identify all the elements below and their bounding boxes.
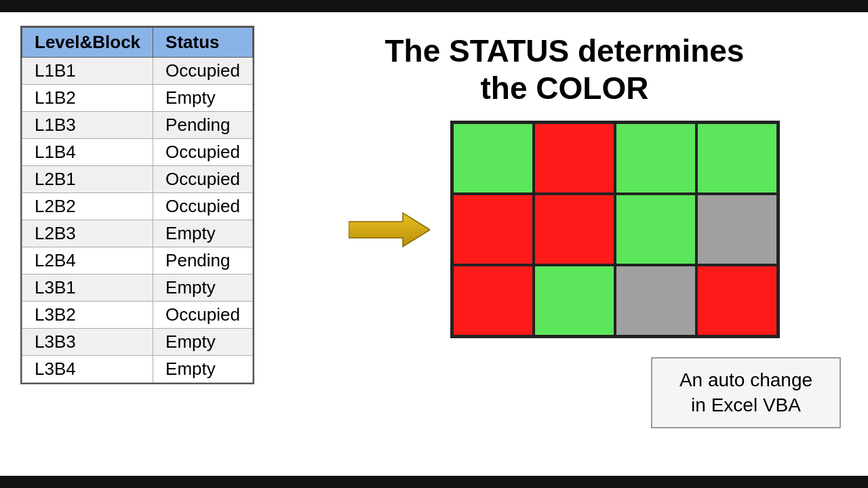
color-cell-0 bbox=[452, 123, 534, 194]
arrow-icon bbox=[349, 209, 430, 250]
color-cell-10 bbox=[615, 265, 696, 336]
table-row: L1B4Occupied bbox=[22, 139, 253, 166]
cell-level: L2B4 bbox=[22, 247, 153, 274]
table-row: L2B4Pending bbox=[22, 247, 253, 274]
color-cell-5 bbox=[534, 194, 615, 265]
table-row: L1B2Empty bbox=[22, 85, 253, 112]
cell-level: L2B1 bbox=[22, 166, 153, 193]
table-row: L3B2Occupied bbox=[22, 302, 253, 329]
title-line1: The STATUS determines bbox=[384, 33, 744, 68]
cell-status: Occupied bbox=[153, 166, 253, 193]
right-bottom: An auto change in Excel VBA bbox=[281, 348, 848, 428]
note-box: An auto change in Excel VBA bbox=[651, 357, 841, 428]
cell-status: Empty bbox=[153, 329, 253, 356]
cell-level: L1B2 bbox=[22, 85, 153, 112]
color-grid bbox=[450, 121, 780, 338]
table-row: L1B3Pending bbox=[22, 112, 253, 139]
cell-level: L2B3 bbox=[22, 220, 153, 247]
svg-marker-0 bbox=[349, 213, 430, 247]
color-cell-1 bbox=[534, 123, 615, 194]
color-cell-9 bbox=[534, 265, 615, 336]
cell-status: Pending bbox=[153, 247, 253, 274]
color-cell-4 bbox=[452, 194, 534, 265]
table-row: L3B3Empty bbox=[22, 329, 253, 356]
title-line2: the COLOR bbox=[481, 70, 649, 106]
arrow-container bbox=[349, 209, 430, 250]
note-line2: in Excel VBA bbox=[691, 394, 801, 415]
cell-status: Empty bbox=[153, 274, 253, 302]
cell-status: Occupied bbox=[153, 302, 253, 329]
color-cell-7 bbox=[696, 194, 778, 265]
cell-level: L1B3 bbox=[22, 112, 153, 139]
cell-level: L1B4 bbox=[22, 139, 153, 166]
cell-level: L2B2 bbox=[22, 193, 153, 220]
cell-status: Empty bbox=[153, 220, 253, 247]
color-cell-2 bbox=[615, 123, 696, 194]
cell-level: L3B4 bbox=[22, 356, 153, 383]
cell-status: Occupied bbox=[153, 58, 253, 85]
table-row: L2B1Occupied bbox=[22, 166, 253, 193]
right-side: The STATUS determines the COLOR bbox=[281, 26, 848, 428]
color-cell-8 bbox=[452, 265, 534, 336]
table-row: L1B1Occupied bbox=[22, 58, 253, 85]
note-line1: An auto change bbox=[679, 369, 812, 390]
col-header-level: Level&Block bbox=[22, 28, 153, 58]
cell-level: L3B1 bbox=[22, 274, 153, 302]
color-cell-3 bbox=[696, 123, 778, 194]
table-row: L2B2Occupied bbox=[22, 193, 253, 220]
cell-status: Occupied bbox=[153, 193, 253, 220]
table-row: L3B4Empty bbox=[22, 356, 253, 383]
main-content: Level&Block Status L1B1OccupiedL1B2Empty… bbox=[0, 12, 868, 442]
middle-row bbox=[349, 121, 780, 338]
cell-level: L3B3 bbox=[22, 329, 153, 356]
bottom-bar bbox=[0, 476, 868, 488]
top-bar bbox=[0, 0, 868, 12]
data-table: Level&Block Status L1B1OccupiedL1B2Empty… bbox=[22, 27, 253, 383]
table-row: L2B3Empty bbox=[22, 220, 253, 247]
cell-level: L1B1 bbox=[22, 58, 153, 85]
cell-status: Empty bbox=[153, 85, 253, 112]
col-header-status: Status bbox=[153, 28, 253, 58]
cell-status: Pending bbox=[153, 112, 253, 139]
color-cell-11 bbox=[696, 265, 778, 336]
title-text: The STATUS determines the COLOR bbox=[384, 33, 744, 107]
cell-level: L3B2 bbox=[22, 302, 153, 329]
cell-status: Occupied bbox=[153, 139, 253, 166]
cell-status: Empty bbox=[153, 356, 253, 383]
table-row: L3B1Empty bbox=[22, 274, 253, 302]
table-wrapper: Level&Block Status L1B1OccupiedL1B2Empty… bbox=[20, 26, 254, 384]
color-cell-6 bbox=[615, 194, 696, 265]
